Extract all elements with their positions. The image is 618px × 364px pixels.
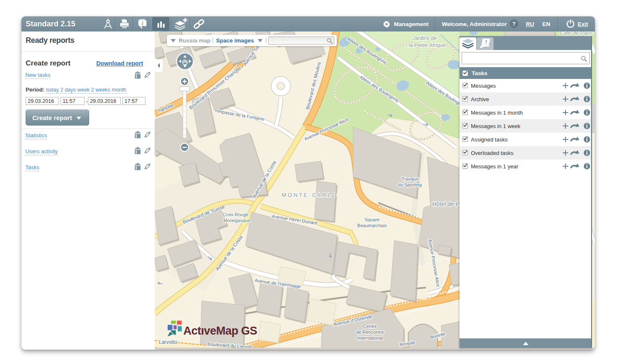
svg-text:la Petite Afrique: la Petite Afrique (409, 42, 446, 48)
svg-text:Croix-Rouge: Croix-Rouge (222, 212, 248, 217)
svg-text:ActıveMap GS: ActıveMap GS (183, 325, 257, 337)
svg-text:Travaux: Travaux (401, 176, 418, 181)
svg-text:Jardins de: Jardins de (412, 35, 437, 41)
svg-text:?: ? (485, 39, 488, 45)
svg-text:International: International (357, 335, 383, 340)
svg-text:M O N T E - C A R L O: M O N T E - C A R L O (282, 192, 336, 198)
svg-text:Larvotto: Larvotto (159, 339, 177, 345)
svg-text:du Sporting: du Sporting (398, 182, 422, 187)
svg-text:Square: Square (364, 217, 379, 222)
svg-text:Centre: Centre (363, 324, 377, 329)
svg-text:de Rencontre: de Rencontre (356, 330, 384, 335)
svg-text:Café de Paris: Café de Paris (560, 31, 593, 36)
svg-text:Monégasque: Monégasque (223, 218, 250, 223)
svg-text:Beaumarchais: Beaumarchais (357, 223, 387, 228)
